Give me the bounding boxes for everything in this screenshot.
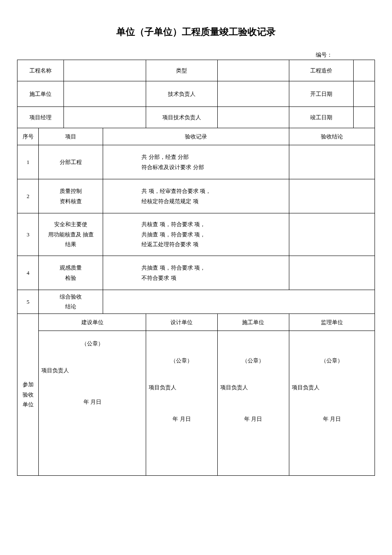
value-proj-tech-lead bbox=[217, 107, 289, 128]
label-start-date: 开工日期 bbox=[289, 81, 353, 107]
date-label: 年 月日 bbox=[292, 414, 372, 424]
value-tech-lead bbox=[217, 81, 289, 107]
row-conclusion bbox=[289, 145, 375, 179]
row-item: 分部工程 bbox=[39, 145, 103, 179]
person-label: 项目负责人 bbox=[149, 382, 215, 392]
seal-label: （公章） bbox=[149, 356, 215, 365]
document-title: 单位（子单位）工程质量竣工验收记录 bbox=[17, 26, 375, 38]
row-item: 观感质量 检验 bbox=[39, 256, 103, 290]
sig-head-contractor: 施工单位 bbox=[217, 313, 289, 331]
value-type bbox=[217, 60, 289, 81]
row-seq: 3 bbox=[17, 213, 39, 256]
col-seq: 序号 bbox=[17, 128, 39, 145]
label-cost: 工程造价 bbox=[289, 60, 353, 81]
date-label: 年 月日 bbox=[41, 397, 143, 407]
row-seq: 5 bbox=[17, 290, 39, 314]
row-item: 安全和主要使 用功能核查及 抽查 结果 bbox=[39, 213, 103, 256]
value-end-date bbox=[353, 107, 375, 128]
sig-head-design: 设计单位 bbox=[146, 313, 218, 331]
row-seq: 4 bbox=[17, 256, 39, 290]
seal-label: （公章） bbox=[41, 339, 143, 348]
row-conclusion bbox=[289, 256, 375, 290]
date-label: 年 月日 bbox=[149, 414, 215, 424]
sig-block-design: （公章） 项目负责人 年 月日 bbox=[146, 331, 218, 475]
label-proj-tech-lead: 项目技术负责人 bbox=[146, 107, 218, 128]
value-construction-unit bbox=[64, 81, 146, 107]
label-project-manager: 项目经理 bbox=[17, 107, 64, 128]
value-start-date bbox=[353, 81, 375, 107]
value-project-name bbox=[64, 60, 146, 81]
date-label: 年 月日 bbox=[220, 414, 286, 424]
row-record: 共 分部，经查 分部 符合标准及设计要求 分部 bbox=[103, 145, 289, 179]
col-conclusion: 验收结论 bbox=[289, 128, 375, 145]
row-item: 综合验收 结论 bbox=[39, 290, 103, 314]
value-project-manager bbox=[64, 107, 146, 128]
person-label: 项目负责人 bbox=[292, 382, 372, 392]
row-conclusion bbox=[289, 179, 375, 213]
person-label: 项目负责人 bbox=[220, 382, 286, 392]
row-record: 共 项，经审查符合要求 项， 经核定符合规范规定 项 bbox=[103, 179, 289, 213]
row-conclusion-综合 bbox=[103, 290, 375, 314]
sig-side-label: 参加 验收 单位 bbox=[17, 313, 39, 475]
col-item: 项目 bbox=[39, 128, 103, 145]
sig-block-supervisor: （公章） 项目负责人 年 月日 bbox=[289, 331, 375, 475]
sig-head-supervisor: 监理单位 bbox=[289, 313, 375, 331]
sig-block-construction: （公章） 项目负责人 年 月日 bbox=[39, 331, 146, 475]
label-construction-unit: 施工单位 bbox=[17, 81, 64, 107]
value-cost bbox=[353, 60, 375, 81]
row-record: 共抽查 项，符合要求 项， 不符合要求 项 bbox=[103, 256, 289, 290]
col-record: 验收记录 bbox=[103, 128, 289, 145]
acceptance-record-table: 工程名称 类型 工程造价 施工单位 技术负责人 开工日期 项目经理 项目技术负责… bbox=[17, 60, 375, 476]
sig-head-construction: 建设单位 bbox=[39, 313, 146, 331]
label-end-date: 竣工日期 bbox=[289, 107, 353, 128]
document-number-label: 编号： bbox=[17, 51, 375, 59]
row-seq: 1 bbox=[17, 145, 39, 179]
label-type: 类型 bbox=[146, 60, 218, 81]
seal-label: （公章） bbox=[220, 356, 286, 365]
row-record: 共核查 项，符合要求 项， 共抽查 项，符合要求 项， 经返工处理符合要求 项 bbox=[103, 213, 289, 256]
seal-label: （公章） bbox=[292, 356, 372, 365]
row-conclusion bbox=[289, 213, 375, 256]
row-seq: 2 bbox=[17, 179, 39, 213]
sig-block-contractor: （公章） 项目负责人 年 月日 bbox=[217, 331, 289, 475]
label-project-name: 工程名称 bbox=[17, 60, 64, 81]
person-label: 项目负责人 bbox=[41, 365, 143, 375]
row-item: 质量控制 资料核查 bbox=[39, 179, 103, 213]
label-tech-lead: 技术负责人 bbox=[146, 81, 218, 107]
